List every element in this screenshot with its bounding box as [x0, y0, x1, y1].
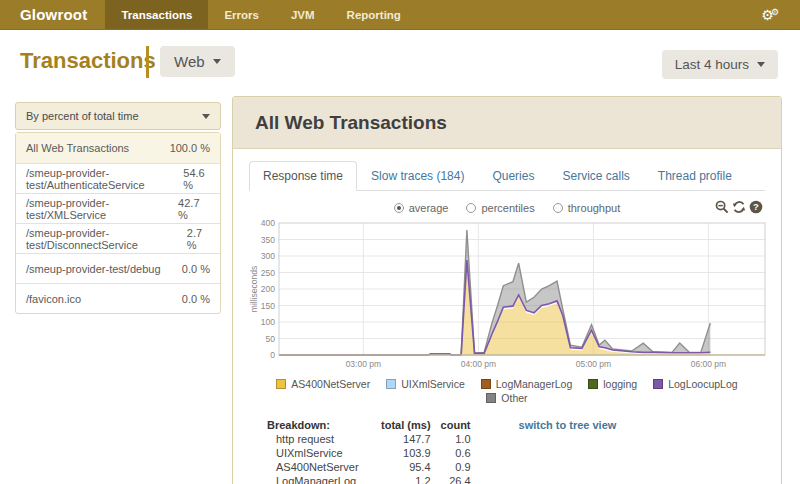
breakdown-count: 1.0	[431, 432, 471, 446]
tab-response-time[interactable]: Response time	[249, 161, 357, 191]
transactions-sidebar: By percent of total time All Web Transac…	[15, 102, 221, 314]
svg-text:250: 250	[261, 268, 275, 278]
metric-option-average[interactable]: average	[394, 202, 449, 214]
breakdown-col-count: count	[431, 418, 471, 432]
transaction-row[interactable]: /smeup-provider-test/debug0.0 %	[16, 253, 220, 283]
chevron-down-icon	[202, 114, 210, 119]
legend-item-logging: logging	[588, 378, 637, 390]
transaction-row[interactable]: /smeup-provider-test/DisconnectService2.…	[16, 223, 220, 253]
chevron-down-icon	[757, 62, 765, 67]
transaction-name: All Web Transactions	[26, 142, 129, 154]
panel-content: Response timeSlow traces (184)QueriesSer…	[233, 149, 781, 484]
tab-slow-traces-184[interactable]: Slow traces (184)	[357, 161, 478, 191]
transaction-row[interactable]: /favicon.ico0.0 %	[16, 283, 220, 313]
chevron-down-icon	[213, 59, 221, 64]
switch-to-tree-view-link[interactable]: switch to tree view	[519, 419, 617, 484]
metric-selector-row: averagepercentilesthroughput	[249, 200, 765, 216]
transaction-percent: 2.7 %	[187, 227, 210, 251]
transaction-type-dropdown[interactable]: Web	[160, 46, 235, 77]
legend-label: logging	[603, 378, 637, 390]
time-range-dropdown[interactable]: Last 4 hours	[662, 50, 778, 79]
nav-item-jvm[interactable]: JVM	[275, 0, 331, 29]
nav-item-reporting[interactable]: Reporting	[331, 0, 417, 29]
svg-text:0: 0	[270, 350, 275, 360]
metric-option-label: average	[409, 202, 449, 214]
breakdown-table: Breakdown: total (ms) count http request…	[267, 418, 471, 484]
transaction-percent: 0.0 %	[182, 263, 210, 275]
nav-item-errors[interactable]: Errors	[208, 0, 275, 29]
tab-bar: Response timeSlow traces (184)QueriesSer…	[249, 161, 765, 191]
svg-text:300: 300	[261, 251, 275, 261]
legend-row: AS400NetServerUIXmlServiceLogManagerLogl…	[249, 378, 765, 390]
legend-item-other: Other	[486, 392, 527, 404]
title-separator	[146, 46, 149, 78]
response-time-chart[interactable]: 05010015020025030035040003:00 pm04:00 pm…	[249, 218, 765, 376]
breakdown-col-total: total (ms)	[373, 418, 431, 432]
legend-label: LogLoocupLog	[668, 378, 738, 390]
transaction-name: /smeup-provider-test/DisconnectService	[26, 227, 187, 251]
transaction-row[interactable]: /smeup-provider-test/AuthenticateService…	[16, 163, 220, 193]
legend-swatch	[386, 379, 396, 389]
breakdown-total: 95.4	[373, 460, 431, 474]
breakdown-row: http request147.71.0	[267, 432, 471, 446]
metric-option-label: percentiles	[481, 202, 534, 214]
title-bar: Transactions Web Last 4 hours	[0, 42, 800, 84]
svg-text:04:00 pm: 04:00 pm	[461, 359, 496, 369]
breakdown-title: Breakdown:	[267, 418, 373, 432]
radio-icon	[466, 203, 476, 213]
radio-icon	[394, 203, 404, 213]
sort-dropdown-label: By percent of total time	[26, 110, 139, 122]
breakdown-row: UIXmlService103.90.6	[267, 446, 471, 460]
main-panel: All Web Transactions Response timeSlow t…	[232, 96, 782, 484]
transaction-type-label: Web	[174, 53, 205, 70]
tab-queries[interactable]: Queries	[478, 161, 548, 191]
legend-row: Other	[249, 392, 765, 404]
transaction-row[interactable]: All Web Transactions100.0 %	[16, 133, 220, 163]
svg-text:350: 350	[261, 235, 275, 245]
breakdown-total: 103.9	[373, 446, 431, 460]
transaction-row[interactable]: /smeup-provider-test/XMLService42.7 %	[16, 193, 220, 223]
transaction-name: /smeup-provider-test/debug	[26, 263, 161, 275]
brand-logo[interactable]: Glowroot	[0, 0, 105, 29]
help-icon[interactable]: ?	[749, 200, 763, 214]
legend-swatch	[588, 379, 598, 389]
metric-options: averagepercentilesthroughput	[394, 202, 621, 214]
tab-service-calls[interactable]: Service calls	[548, 161, 643, 191]
breakdown-name: http request	[267, 432, 373, 446]
page-title: Transactions	[20, 48, 156, 74]
breakdown-section: Breakdown: total (ms) count http request…	[267, 418, 765, 484]
refresh-icon[interactable]	[732, 200, 746, 214]
nav-item-transactions[interactable]: Transactions	[105, 0, 208, 29]
gears-icon[interactable]: ⚙⚙	[761, 8, 782, 22]
metric-option-percentiles[interactable]: percentiles	[466, 202, 534, 214]
legend-label: AS400NetServer	[291, 378, 370, 390]
navbar-right: ⚙⚙	[761, 0, 800, 29]
legend-swatch	[486, 393, 496, 403]
legend-item-logloocuplog: LogLoocupLog	[653, 378, 738, 390]
metric-option-throughput[interactable]: throughput	[553, 202, 621, 214]
zoom-out-icon[interactable]	[715, 200, 729, 214]
legend-label: UIXmlService	[401, 378, 465, 390]
breakdown-count: 0.9	[431, 460, 471, 474]
legend-item-logmanagerlog: LogManagerLog	[481, 378, 572, 390]
transaction-name: /smeup-provider-test/AuthenticateService	[26, 167, 183, 191]
sort-dropdown[interactable]: By percent of total time	[15, 102, 221, 130]
svg-text:05:00 pm: 05:00 pm	[576, 359, 611, 369]
breakdown-total: 1.2	[373, 474, 431, 484]
transaction-name: /favicon.ico	[26, 293, 81, 305]
svg-text:150: 150	[261, 301, 275, 311]
transaction-percent: 54.6 %	[183, 167, 210, 191]
transaction-percent: 100.0 %	[170, 142, 210, 154]
legend-item-uixmlservice: UIXmlService	[386, 378, 465, 390]
breakdown-count: 26.4	[431, 474, 471, 484]
breakdown-count: 0.6	[431, 446, 471, 460]
tab-thread-profile[interactable]: Thread profile	[644, 161, 746, 191]
nav-menu: TransactionsErrorsJVMReporting	[105, 0, 416, 29]
metric-option-label: throughput	[568, 202, 621, 214]
breakdown-row: LogManagerLog1.226.4	[267, 474, 471, 484]
breakdown-total: 147.7	[373, 432, 431, 446]
radio-icon	[553, 203, 563, 213]
transaction-list: All Web Transactions100.0 %/smeup-provid…	[15, 132, 221, 314]
legend-label: Other	[501, 392, 527, 404]
transaction-name: /smeup-provider-test/XMLService	[26, 197, 178, 221]
